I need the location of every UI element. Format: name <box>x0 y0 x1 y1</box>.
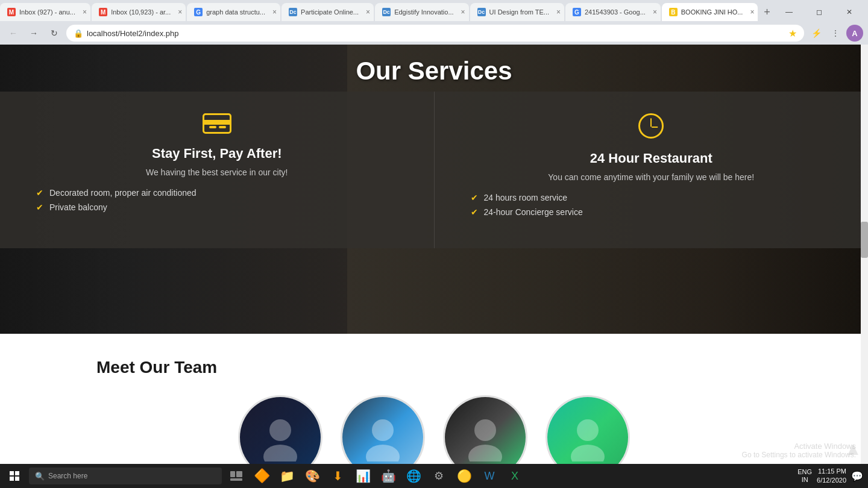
tab-1[interactable]: M Inbox (927) - anu... × <box>0 3 90 21</box>
service-card-left: Stay First, Pay After! We having the bes… <box>0 92 435 248</box>
tab-4[interactable]: Dc Participate Online... × <box>281 3 374 21</box>
taskbar-files[interactable]: 📁 <box>275 464 299 488</box>
taskbar-date: 6/12/2020 <box>817 476 846 485</box>
svg-rect-14 <box>230 478 242 481</box>
taskbar: 🔍 Search here 🔶 📁 🎨 ⬇ 📊 🤖 🌐 ⚙ 🟡 W X ENGI… <box>0 464 868 488</box>
svg-point-7 <box>571 445 605 461</box>
taskbar-task-view[interactable] <box>224 464 248 488</box>
person-silhouette-2 <box>359 413 407 461</box>
taskbar-paint[interactable]: 🎨 <box>300 464 324 488</box>
taskbar-right: ENGIN 11:15 PM 6/12/2020 💬 <box>797 467 868 486</box>
address-bar: ← → ↻ 🔒 localhost/Hotel2/index.php ★ ⚡ ⋮… <box>0 22 868 45</box>
taskbar-powerpoint[interactable]: 📊 <box>351 464 375 488</box>
tab-6-close[interactable]: × <box>556 8 561 16</box>
service-left-desc: We having the best service in our city! <box>146 167 288 177</box>
feature-left-1: Decorated room, proper air conditioned <box>49 188 197 198</box>
activate-title: Activate Windows <box>742 442 856 451</box>
person-silhouette-3 <box>461 413 509 461</box>
refresh-button[interactable]: ↻ <box>46 25 63 42</box>
start-button[interactable] <box>0 464 29 488</box>
taskbar-settings[interactable]: ⚙ <box>427 464 451 488</box>
taskbar-ie[interactable]: 🌐 <box>401 464 426 488</box>
service-card-left-inner: Stay First, Pay After! We having the bes… <box>36 113 398 214</box>
tab-8-close[interactable]: × <box>750 8 754 16</box>
taskbar-time: 11:15 PM <box>817 467 846 476</box>
service-right-title: 24 Hour Restaurant <box>590 151 712 166</box>
search-placeholder-text: Search here <box>48 472 87 480</box>
search-icon: 🔍 <box>35 472 45 481</box>
service-card-right: 24 Hour Restaurant You can come anytime … <box>435 92 869 248</box>
profile-button[interactable]: A <box>846 25 863 42</box>
activate-sub: Go to Settings to activate Windows. <box>742 451 856 459</box>
tab-6-label: UI Design from TE... <box>489 8 549 16</box>
tab-7-favicon: G <box>573 8 581 16</box>
taskbar-chrome[interactable]: 🟡 <box>452 464 476 488</box>
svg-rect-12 <box>230 471 235 477</box>
tab-4-label: Participate Online... <box>301 8 359 16</box>
tab-5-label: Edgistify Innovatio... <box>394 8 453 16</box>
taskbar-android[interactable]: 🤖 <box>376 464 400 488</box>
tab-3-favicon: G <box>194 8 203 16</box>
svg-rect-9 <box>15 471 19 475</box>
tab-6-favicon: Dc <box>477 8 486 16</box>
tab-5-close[interactable]: × <box>461 8 465 16</box>
forward-button[interactable]: → <box>25 25 42 42</box>
service-right-features: ✔ 24 hours room service ✔ 24-hour Concie… <box>471 190 832 219</box>
url-bar[interactable]: 🔒 localhost/Hotel2/index.php ★ <box>66 25 804 42</box>
tab-7-close[interactable]: × <box>653 8 657 16</box>
new-tab-button[interactable]: + <box>759 4 775 20</box>
tab-1-label: Inbox (927) - anu... <box>19 8 75 16</box>
svg-point-2 <box>372 419 394 441</box>
clock-icon <box>638 113 664 139</box>
tab-2-label: Inbox (10,923) - ar... <box>111 8 171 16</box>
service-left-features: ✔ Decorated room, proper air conditioned… <box>36 186 398 214</box>
extensions-icon[interactable]: ⚡ <box>808 25 825 42</box>
tab-8[interactable]: B BOOKING JINI HO... × <box>662 3 758 21</box>
tab-7[interactable]: G 241543903 - Goog... × <box>565 3 661 21</box>
taskbar-vlc[interactable]: 🔶 <box>250 464 274 488</box>
tab-4-close[interactable]: × <box>366 8 370 16</box>
tab-7-label: 241543903 - Goog... <box>585 8 646 16</box>
taskbar-downloads[interactable]: ⬇ <box>326 464 350 488</box>
list-item: ✔ Private balcony <box>36 200 398 214</box>
tab-8-favicon: B <box>669 8 678 16</box>
back-button[interactable]: ← <box>5 25 22 42</box>
svg-rect-8 <box>10 471 14 475</box>
minimize-button[interactable]: — <box>775 3 803 21</box>
browser-chrome: M Inbox (927) - anu... × M Inbox (10,923… <box>0 0 868 45</box>
lock-icon: 🔒 <box>74 29 83 38</box>
activate-windows-watermark: Activate Windows Go to Settings to activ… <box>742 442 856 459</box>
notification-icon[interactable]: 💬 <box>851 471 863 482</box>
service-left-title: Stay First, Pay After! <box>152 146 282 161</box>
credit-card-icon <box>203 113 231 134</box>
service-right-desc: You can come anytime with your family we… <box>548 172 754 182</box>
tab-2[interactable]: M Inbox (10,923) - ar... × <box>92 3 186 21</box>
close-button[interactable]: ✕ <box>835 3 863 21</box>
taskbar-excel[interactable]: X <box>503 464 527 488</box>
scrollbar-thumb[interactable] <box>861 222 868 258</box>
tab-6[interactable]: Dc UI Design from TE... × <box>470 3 564 21</box>
taskbar-search[interactable]: 🔍 Search here <box>29 468 222 484</box>
service-card-right-inner: 24 Hour Restaurant You can come anytime … <box>471 113 832 219</box>
svg-point-3 <box>366 445 400 461</box>
feature-right-1: 24 hours room service <box>484 193 568 202</box>
maximize-button[interactable]: ◻ <box>805 3 833 21</box>
tab-1-close[interactable]: × <box>83 8 87 16</box>
star-icon[interactable]: ★ <box>788 28 797 39</box>
url-text: localhost/Hotel2/index.php <box>87 29 785 38</box>
chrome-menu-icon[interactable]: ⋮ <box>827 25 844 42</box>
svg-point-1 <box>263 445 297 461</box>
taskbar-lang: ENGIN <box>797 468 812 484</box>
list-item: ✔ 24 hours room service <box>471 190 832 205</box>
taskbar-word[interactable]: W <box>477 464 502 488</box>
svg-rect-11 <box>15 477 19 481</box>
tab-5[interactable]: Dc Edgistify Innovatio... × <box>375 3 468 21</box>
svg-point-5 <box>468 445 502 461</box>
svg-rect-13 <box>236 471 242 477</box>
toolbar-right: ⚡ ⋮ A <box>808 25 863 42</box>
tab-2-close[interactable]: × <box>178 8 182 16</box>
tab-3-close[interactable]: × <box>272 8 277 16</box>
tab-3[interactable]: G graph data structu... × <box>187 3 280 21</box>
scrollbar-track[interactable] <box>861 45 868 488</box>
feature-left-2: Private balcony <box>49 202 107 212</box>
